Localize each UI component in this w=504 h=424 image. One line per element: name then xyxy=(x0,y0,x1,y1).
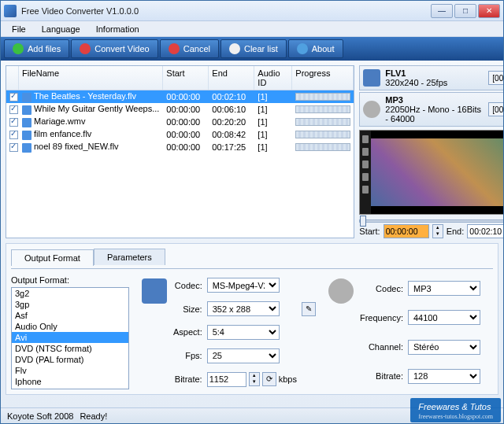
audio-codec-select[interactable]: MP3 xyxy=(408,281,480,296)
format-option[interactable]: DVD (NTSC format) xyxy=(12,343,128,354)
app-window: Free Video Converter V1.0.0.0 — □ ✕ File… xyxy=(0,0,504,424)
col-start[interactable]: Start xyxy=(163,66,209,90)
video-size-select[interactable]: 352 x 288 xyxy=(207,301,280,316)
watermark: Freewares & Tutos freewares-tutos.blogsp… xyxy=(410,398,501,422)
start-time-input[interactable] xyxy=(384,224,429,238)
tab-parameters[interactable]: Parameters xyxy=(94,249,165,265)
size-edit-button[interactable]: ✎ xyxy=(302,302,316,316)
video-params: Codec: MS-Mpeg4-V2 Size: 352 x 288 ✎ Asp… xyxy=(142,275,316,389)
convert-video-button[interactable]: Convert Video xyxy=(71,39,158,58)
cancel-button[interactable]: Cancel xyxy=(160,39,219,58)
titlebar: Free Video Converter V1.0.0.0 — □ ✕ xyxy=(1,1,503,21)
window-title: Free Video Converter V1.0.0.0 xyxy=(21,6,431,16)
video-info-box: FLV1 320x240 - 25fps [000] xyxy=(359,65,503,90)
video-detail: 320x240 - 25fps xyxy=(385,78,484,87)
menu-information[interactable]: Information xyxy=(90,23,146,35)
row-checkbox[interactable] xyxy=(9,131,18,139)
file-icon xyxy=(22,118,32,127)
cancel-icon xyxy=(169,43,180,54)
video-preview xyxy=(359,130,503,215)
col-progress[interactable]: Progress xyxy=(292,66,354,90)
video-aspect-select[interactable]: 5:4 xyxy=(207,325,280,340)
file-icon xyxy=(22,93,32,102)
row-checkbox[interactable] xyxy=(9,105,18,114)
toolbar: Add files Convert Video Cancel Clear lis… xyxy=(1,37,503,61)
file-list-panel: FileName Start End Audio ID Progress The… xyxy=(6,65,354,238)
tabs: Output Format Parameters xyxy=(11,249,493,265)
start-spinner[interactable]: ▲▼ xyxy=(432,224,443,238)
table-row[interactable]: While My Guitar Gently Weeps... 00:00:00… xyxy=(6,103,354,116)
end-label: End: xyxy=(447,227,465,236)
audio-info-box: MP3 22050Hz - Mono - 16Bits - 64000 [001… xyxy=(359,92,503,127)
format-option[interactable]: Flv xyxy=(12,365,128,376)
table-row[interactable]: Mariage.wmv 00:00:00 00:20:20 [1] xyxy=(6,116,354,128)
output-panel: Output Format Parameters Output Format: … xyxy=(6,243,498,395)
app-icon xyxy=(4,5,17,17)
col-filename[interactable]: FileName xyxy=(19,66,163,90)
minimize-button[interactable]: — xyxy=(431,4,453,18)
content-area: FileName Start End Audio ID Progress The… xyxy=(1,61,503,407)
file-icon xyxy=(22,131,32,140)
close-button[interactable]: ✕ xyxy=(478,4,500,18)
start-label: Start: xyxy=(359,227,380,236)
format-option[interactable]: DVD (PAL format) xyxy=(12,354,128,365)
video-icon xyxy=(363,69,380,87)
row-checkbox[interactable] xyxy=(9,93,18,101)
menu-file[interactable]: File xyxy=(6,23,32,35)
menu-language[interactable]: Language xyxy=(35,23,87,35)
audio-bitrate-select[interactable]: 128 xyxy=(408,369,480,384)
output-format-list[interactable]: 3g23gpAsfAudio OnlyAviDVD (NTSC format)D… xyxy=(11,287,129,389)
video-params-icon xyxy=(142,278,167,304)
format-option[interactable]: 3gp xyxy=(12,299,128,310)
audio-channel-select[interactable]: Stéréo xyxy=(408,340,480,355)
video-bitrate-spinner[interactable]: ▲▼ xyxy=(249,372,260,386)
progress-bar xyxy=(295,118,350,126)
timeline-slider[interactable] xyxy=(359,219,503,223)
file-list-body[interactable]: The Beatles - Yesterday.flv 00:00:00 00:… xyxy=(6,90,354,238)
video-stream-select[interactable]: [000] xyxy=(488,71,503,85)
right-panel: FLV1 320x240 - 25fps [000] MP3 22050Hz -… xyxy=(359,65,503,238)
progress-bar xyxy=(295,93,350,101)
table-row[interactable]: film enfance.flv 00:00:00 00:08:42 [1] xyxy=(6,128,354,141)
table-row[interactable]: The Beatles - Yesterday.flv 00:00:00 00:… xyxy=(6,90,354,103)
info-icon xyxy=(297,43,308,54)
row-checkbox[interactable] xyxy=(9,143,18,152)
menubar: File Language Information xyxy=(1,21,503,37)
status-ready: Ready! xyxy=(80,411,107,421)
end-time-input[interactable] xyxy=(467,224,503,238)
maximize-button[interactable]: □ xyxy=(454,4,476,18)
file-icon xyxy=(22,143,32,153)
format-option[interactable]: 3g2 xyxy=(12,288,128,299)
tab-output-format[interactable]: Output Format xyxy=(11,249,94,266)
format-option[interactable]: Ipod xyxy=(12,387,128,389)
format-option[interactable]: Avi xyxy=(12,332,128,343)
audio-codec-title: MP3 xyxy=(385,95,484,105)
audio-detail: 22050Hz - Mono - 16Bits - 64000 xyxy=(385,105,484,124)
table-row[interactable]: noel 89 fixed_NEW.flv 00:00:00 00:17:25 … xyxy=(6,141,354,153)
audio-freq-select[interactable]: 44100 xyxy=(408,310,480,325)
plus-icon xyxy=(13,43,24,54)
slider-thumb[interactable] xyxy=(360,216,366,227)
video-codec-title: FLV1 xyxy=(385,68,484,78)
col-audioid[interactable]: Audio ID xyxy=(254,66,292,90)
col-end[interactable]: End xyxy=(209,66,254,90)
clear-list-button[interactable]: Clear list xyxy=(220,39,287,58)
audio-stream-select[interactable]: [001] xyxy=(488,102,503,116)
video-bitrate-input[interactable] xyxy=(207,372,246,387)
format-option[interactable]: Iphone xyxy=(12,376,128,387)
status-company: Koyote Soft 2008 xyxy=(7,411,73,421)
row-checkbox[interactable] xyxy=(9,118,18,127)
video-fps-select[interactable]: 25 xyxy=(207,348,280,363)
progress-bar xyxy=(295,143,350,151)
progress-bar xyxy=(295,105,350,113)
audio-params: Codec: MP3 Frequency: 44100 Channel: Sté… xyxy=(328,275,485,389)
video-codec-select[interactable]: MS-Mpeg4-V2 xyxy=(207,278,280,293)
format-option[interactable]: Audio Only xyxy=(12,321,128,332)
output-format-label: Output Format: xyxy=(11,275,129,285)
about-button[interactable]: About xyxy=(288,39,343,58)
format-option[interactable]: Asf xyxy=(12,310,128,321)
bitrate-calc-button[interactable]: ⟳ xyxy=(262,372,276,386)
add-files-button[interactable]: Add files xyxy=(4,39,69,58)
progress-bar xyxy=(295,131,350,138)
audio-params-icon xyxy=(328,278,354,304)
